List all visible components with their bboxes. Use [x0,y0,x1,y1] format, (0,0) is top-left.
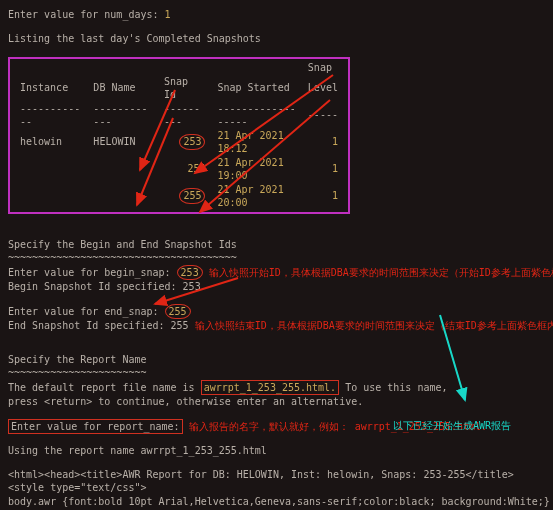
ellipse-255: 255 [179,188,205,204]
prompt-begin-snap[interactable]: Enter value for begin_snap: 253 输入快照开始ID… [8,265,545,281]
snapshot-table-box: Snap Instance DB Name Snap Id Snap Start… [8,57,350,214]
prompt-end-snap[interactable]: Enter value for end_snap: 255 [8,304,545,320]
note-gen: 以下已经开始生成AWR报告 [393,419,511,433]
report-heading: Specify the Report Name [8,353,545,367]
begin-spec: Begin Snapshot Id specified: 253 [8,280,545,294]
end-spec: End Snapshot Id specified: 255 输入快照结束ID，… [8,319,545,333]
ellipse-end-val: 255 [165,304,191,320]
note-begin: 输入快照开始ID，具体根据DBA要求的时间范围来决定（开始ID参考上面紫色框内的… [209,267,553,278]
press-line: press <return> to continue, otherwise en… [8,395,545,409]
table-row: 254 21 Apr 2021 19:00 1 [14,156,344,183]
listing-heading: Listing the last day's Completed Snapsho… [8,32,545,46]
ellipse-begin-val: 253 [177,265,203,281]
snapshot-table: Snap Instance DB Name Snap Id Snap Start… [14,61,344,210]
report-rule: ~~~~~~~~~~~~~~~~~~~~~~~ [8,366,545,380]
table-row: helowin HELOWIN 253 21 Apr 2021 18:12 1 [14,129,344,156]
using-line: Using the report name awrrpt_1_253_255.h… [8,444,545,458]
default-name-line: The default report file name is awrrpt_1… [8,380,545,396]
prompt-report-name[interactable]: Enter value for report_name: 输入报告的名字，默认就… [8,419,545,435]
prompt-num-days: Enter value for num_days: 1 [8,8,545,22]
ellipse-253: 253 [179,134,205,150]
note-end: 输入快照结束ID，具体根据DBA要求的时间范围来决定（结束ID参考上面紫色框内的… [195,320,553,331]
spec-heading: Specify the Begin and End Snapshot Ids [8,238,545,252]
default-name-box: awrrpt_1_253_255.html. [201,380,339,396]
table-row: 255 21 Apr 2021 20:00 1 [14,183,344,210]
html-dump: <html><head><title>AWR Report for DB: HE… [8,468,545,511]
spec-rule: ~~~~~~~~~~~~~~~~~~~~~~~~~~~~~~~~~~~~~~ [8,251,545,265]
